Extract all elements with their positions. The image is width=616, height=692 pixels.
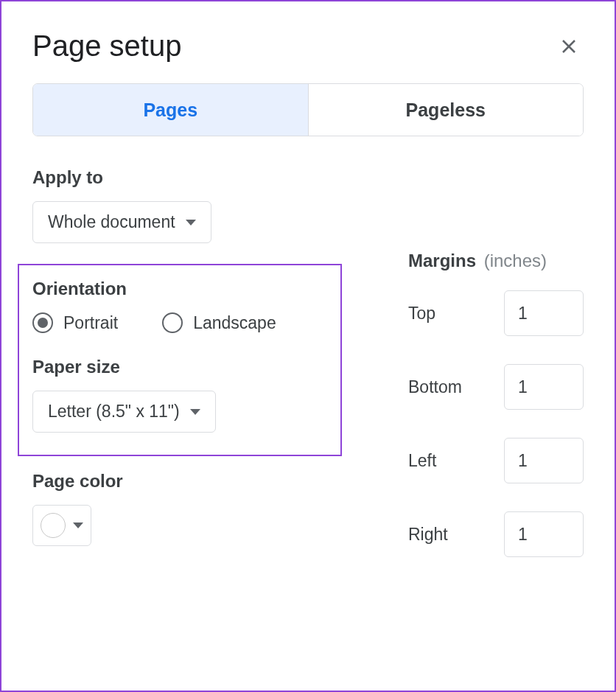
radio-icon — [32, 312, 53, 333]
page-color-dropdown[interactable] — [32, 505, 91, 546]
caret-down-icon — [186, 220, 196, 226]
margin-bottom-input[interactable] — [504, 364, 584, 410]
margin-right-label: Right — [408, 525, 448, 545]
close-icon — [560, 38, 578, 55]
margins-label-text: Margins — [408, 251, 476, 270]
margins-unit: (inches) — [484, 251, 547, 270]
orientation-label: Orientation — [32, 279, 327, 299]
orientation-portrait[interactable]: Portrait — [32, 312, 118, 333]
right-column: Margins (inches) Top Bottom Left Right — [408, 251, 584, 585]
paper-size-label: Paper size — [32, 357, 327, 377]
margin-row-top: Top — [408, 290, 584, 336]
dialog-header: Page setup — [32, 29, 584, 63]
margin-row-left: Left — [408, 438, 584, 483]
paper-size-value: Letter (8.5" x 11") — [48, 402, 180, 422]
tabs: Pages Pageless — [32, 83, 584, 136]
margin-left-input[interactable] — [504, 438, 584, 483]
close-button[interactable] — [554, 32, 584, 61]
margin-top-input[interactable] — [504, 290, 584, 336]
apply-to-label: Apply to — [32, 167, 584, 188]
tab-pageless[interactable]: Pageless — [309, 84, 584, 136]
caret-down-icon — [190, 409, 200, 415]
page-setup-dialog: Page setup Pages Pageless Apply to Whole… — [0, 0, 616, 692]
tab-pages[interactable]: Pages — [33, 84, 309, 136]
orientation-landscape-label: Landscape — [193, 313, 276, 333]
margins-label: Margins (inches) — [408, 251, 584, 271]
content-columns: Orientation Portrait Landscape Paper siz… — [32, 251, 584, 585]
margin-row-bottom: Bottom — [408, 364, 584, 410]
caret-down-icon — [73, 523, 83, 528]
radio-icon — [162, 312, 183, 333]
margin-left-label: Left — [408, 451, 436, 471]
page-color-label: Page color — [32, 471, 357, 492]
orientation-options: Portrait Landscape — [32, 312, 327, 333]
orientation-portrait-label: Portrait — [63, 313, 118, 333]
orientation-landscape[interactable]: Landscape — [162, 312, 276, 333]
margin-right-input[interactable] — [504, 511, 584, 557]
apply-to-value: Whole document — [48, 212, 175, 232]
margin-bottom-label: Bottom — [408, 377, 462, 397]
apply-to-section: Apply to Whole document — [32, 167, 584, 243]
margin-row-right: Right — [408, 511, 584, 557]
dialog-title: Page setup — [32, 29, 181, 63]
left-column: Orientation Portrait Landscape Paper siz… — [32, 251, 357, 546]
paper-size-dropdown[interactable]: Letter (8.5" x 11") — [32, 391, 216, 433]
highlight-box: Orientation Portrait Landscape Paper siz… — [18, 264, 342, 456]
apply-to-dropdown[interactable]: Whole document — [32, 201, 211, 243]
margin-top-label: Top — [408, 304, 435, 324]
color-swatch — [41, 513, 66, 538]
